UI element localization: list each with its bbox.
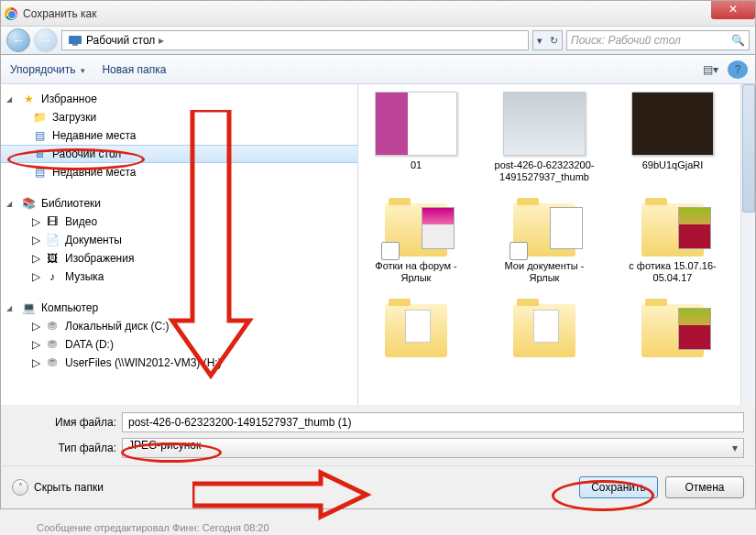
library-icon: 📚 <box>21 196 36 211</box>
navbar: ← → Рабочий стол ▸ ▾ ↻ Поиск: Рабочий ст… <box>0 26 756 55</box>
file-caption: Мои документы - Ярлык <box>494 260 595 284</box>
search-placeholder: Поиск: Рабочий стол <box>571 34 681 47</box>
folder-shortcut-icon: ↗ <box>513 203 575 257</box>
filetype-select[interactable]: JPEG-рисунок <box>122 438 744 458</box>
bottom-bar: ˄ Скрыть папки Сохранить Отмена <box>0 465 756 509</box>
expand-icon[interactable]: ▷ <box>32 338 39 351</box>
hide-folders-toggle[interactable]: ˄ Скрыть папки <box>12 479 104 496</box>
drive-icon: ⛃ <box>45 319 60 333</box>
search-input[interactable]: Поиск: Рабочий стол 🔍 <box>566 30 750 50</box>
tree-computer[interactable]: 💻 Компьютер <box>1 299 357 317</box>
toolbar: Упорядочить Новая папка ▤▾ ? <box>0 55 756 84</box>
tree-documents[interactable]: ▷ 📄 Документы <box>1 231 357 249</box>
file-item[interactable]: 69bU1qGjaRI <box>622 92 723 183</box>
file-item[interactable]: post-426-0-62323200-1491527937_thumb <box>494 92 595 183</box>
expand-icon[interactable]: ▷ <box>32 252 39 265</box>
folder-item[interactable]: с фотика 15.07.16-05.04.17 <box>622 203 723 284</box>
cancel-button[interactable]: Отмена <box>665 476 744 498</box>
main-area: ★ Избранное 📁 Загрузки ▤ Недавние места … <box>0 84 756 405</box>
history-dropdown[interactable]: ▾ <box>533 35 546 47</box>
breadcrumb[interactable]: Рабочий стол ▸ <box>61 30 529 50</box>
thumbnail-icon <box>375 92 457 156</box>
file-caption: 69bU1qGjaRI <box>642 159 704 171</box>
tree-music[interactable]: ▷ ♪ Музыка <box>1 268 357 286</box>
chevron-right-icon[interactable]: ▸ <box>159 34 164 47</box>
folder-item[interactable] <box>494 304 595 361</box>
scrollbar[interactable] <box>740 84 755 405</box>
close-button[interactable]: ✕ <box>711 1 755 19</box>
organize-menu[interactable]: Упорядочить <box>10 63 85 76</box>
expand-icon[interactable]: ▷ <box>32 215 39 228</box>
folder-preview <box>550 207 583 249</box>
expand-icon[interactable]: ▷ <box>32 356 39 369</box>
pictures-icon: 🖼 <box>45 251 60 266</box>
folder-icon: 📁 <box>32 110 47 125</box>
music-icon: ♪ <box>45 269 60 284</box>
tree-libraries[interactable]: 📚 Библиотеки <box>1 194 357 213</box>
filename-fields: Имя файла: Тип файла: JPEG-рисунок <box>0 405 756 465</box>
scrollbar-thumb[interactable] <box>742 84 755 213</box>
svg-rect-0 <box>69 36 82 44</box>
expand-icon[interactable]: ▷ <box>32 320 39 333</box>
forward-button[interactable]: → <box>34 28 58 52</box>
tree-recent-1[interactable]: ▤ Недавние места <box>1 126 357 145</box>
titlebar: Сохранить как ✕ <box>0 0 756 26</box>
help-button[interactable]: ? <box>728 60 748 79</box>
star-icon: ★ <box>21 92 36 106</box>
file-caption: 01 <box>411 159 422 171</box>
back-button[interactable]: ← <box>6 28 30 52</box>
folder-icon <box>641 304 704 357</box>
tree-favorites[interactable]: ★ Избранное <box>1 90 357 108</box>
tree-downloads[interactable]: 📁 Загрузки <box>1 108 357 126</box>
tree-netdrive[interactable]: ▷ ⛃ UserFiles (\\WIN2012-VM3) (H:) <box>1 354 357 372</box>
thumb-grid: 01 post-426-0-62323200-1491527937_thumb … <box>366 92 748 361</box>
thumbnail-icon <box>503 92 586 156</box>
new-folder-button[interactable]: Новая папка <box>102 63 166 76</box>
recent-icon: ▤ <box>32 128 47 143</box>
drive-icon: ⛃ <box>45 337 60 352</box>
expand-icon[interactable]: ▷ <box>32 270 39 283</box>
computer-icon: 💻 <box>21 300 36 315</box>
folder-icon <box>385 304 447 357</box>
folder-item[interactable]: ↗ Фотки на форум - Ярлык <box>366 203 466 284</box>
svg-rect-1 <box>72 44 78 46</box>
refresh-group: ▾ ↻ <box>532 30 563 50</box>
tree-pictures[interactable]: ▷ 🖼 Изображения <box>1 249 357 268</box>
chrome-icon <box>5 7 17 20</box>
folder-shortcut-icon: ↗ <box>385 203 447 257</box>
documents-icon: 📄 <box>45 233 60 247</box>
cropped-footer-text: Сообщение отредактировал Финн: Сегодня 0… <box>37 522 269 533</box>
refresh-button[interactable]: ↻ <box>546 35 562 47</box>
tree-recent-2[interactable]: ▤ Недавние места <box>1 163 357 181</box>
folder-preview <box>678 207 711 249</box>
tree-video[interactable]: ▷ 🎞 Видео <box>1 213 357 231</box>
folder-item[interactable] <box>622 304 723 361</box>
tree-ddrive[interactable]: ▷ ⛃ DATA (D:) <box>1 335 357 354</box>
file-caption: post-426-0-62323200-1491527937_thumb <box>494 159 595 183</box>
folder-item[interactable]: ↗ Мои документы - Ярлык <box>494 203 595 284</box>
file-caption: Фотки на форум - Ярлык <box>366 260 466 284</box>
folder-icon <box>641 203 704 257</box>
file-caption: с фотика 15.07.16-05.04.17 <box>622 260 723 284</box>
tree-desktop[interactable]: 🖥 Рабочий стол <box>1 145 357 163</box>
folder-icon <box>513 304 575 357</box>
expand-icon[interactable]: ▷ <box>32 234 39 246</box>
filename-input[interactable] <box>122 412 744 432</box>
chevron-up-icon: ˄ <box>12 479 28 496</box>
save-button[interactable]: Сохранить <box>579 476 658 498</box>
tree-cdrive[interactable]: ▷ ⛃ Локальный диск (C:) <box>1 317 357 335</box>
file-item[interactable]: 01 <box>366 92 466 183</box>
video-icon: 🎞 <box>45 214 60 229</box>
filetype-value: JPEG-рисунок <box>128 439 201 452</box>
desktop-icon <box>68 33 82 48</box>
shortcut-arrow-icon: ↗ <box>381 244 398 260</box>
folder-preview <box>422 207 455 249</box>
view-button[interactable]: ▤▾ <box>700 60 720 79</box>
filetype-label: Тип файла: <box>12 442 122 454</box>
search-icon: 🔍 <box>731 34 745 47</box>
netdrive-icon: ⛃ <box>45 355 60 370</box>
window-title: Сохранить как <box>23 7 96 20</box>
nav-tree: ★ Избранное 📁 Загрузки ▤ Недавние места … <box>1 84 358 405</box>
folder-item[interactable] <box>366 304 466 361</box>
filename-label: Имя файла: <box>12 416 122 429</box>
